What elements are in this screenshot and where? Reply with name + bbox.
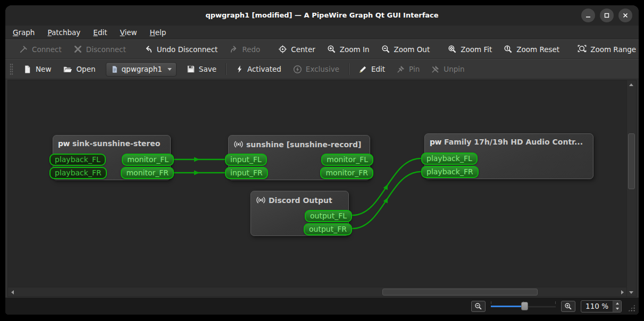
node-sink-sunshine-stereo[interactable]: pw sink-sunshine-stereo playback_FL play… [53,135,171,180]
patchbay-selector-value: qpwgraph1 [122,65,162,73]
port-playback-fl[interactable]: playback_FL [49,154,106,166]
exclusive-button[interactable]: Exclusive [287,61,345,77]
open-folder-icon [63,65,72,74]
arrow-down-icon [629,291,633,294]
window-resize-grip[interactable] [628,304,635,312]
redo-button[interactable]: Redo [223,41,266,57]
connection-wires-layer [8,80,626,287]
undo-icon [144,45,153,54]
zoom-fit-icon [448,45,457,54]
port-playback-fr[interactable]: playback_FR [421,166,479,178]
zoom-in-icon [327,45,336,54]
zoom-percent-spinbox[interactable]: 110 % [581,300,622,312]
menu-graph[interactable]: Graph [13,28,35,37]
node-title: sink-sunshine-stereo [72,139,160,148]
zoom-fit-button[interactable]: Zoom Fit [442,41,498,57]
close-icon [622,12,629,19]
arrow-up-icon [616,302,619,305]
toolbar-drag-handle[interactable] [10,63,13,75]
arrow-down-icon [616,308,619,310]
stream-icon [256,195,266,205]
wire-arrow-icon [194,171,199,175]
disconnect-button[interactable]: Disconnect [68,41,132,57]
statusbar-zoom-in-button[interactable] [561,301,575,312]
menu-patchbay[interactable]: Patchbay [47,28,80,37]
port-output-fl[interactable]: output_FL [305,210,352,222]
patchbay-toolbar: New Open qpwgraph1 Save Activated Exclus… [5,59,639,79]
graph-canvas[interactable]: pw sink-sunshine-stereo playback_FL play… [8,80,626,287]
undo-disconnect-button[interactable]: Undo Disconnect [138,41,224,57]
arrow-left-icon [11,290,14,294]
port-output-fr[interactable]: output_FR [304,223,352,235]
window-title: qpwgraph1 [modified] — A PipeWire Graph … [5,5,639,26]
close-button[interactable] [618,9,632,22]
center-button[interactable]: Center [272,41,321,57]
new-file-icon [23,65,32,74]
save-button[interactable]: Save [181,61,222,77]
scroll-down-button[interactable] [627,288,635,297]
maximize-button[interactable] [600,9,614,22]
minimize-icon [585,12,591,19]
statusbar-zoom-out-button[interactable] [471,301,486,312]
titlebar[interactable]: qpwgraph1 [modified] — A PipeWire Graph … [5,5,639,26]
arrow-right-icon [621,290,624,294]
zoom-out-icon [474,302,482,310]
zoom-in-icon [564,302,572,310]
activated-button[interactable]: Activated [230,61,287,77]
port-playback-fl[interactable]: playback_FL [421,153,478,165]
pin-icon [397,65,405,73]
unpin-button[interactable]: Unpin [425,61,470,77]
new-button[interactable]: New [17,61,57,77]
patchbay-selector[interactable]: qpwgraph1 [106,62,177,77]
port-monitor-fl[interactable]: monitor_FL [321,154,373,166]
node-title: Family 17h/19h HD Audio Contr... [444,138,583,146]
connect-button[interactable]: Connect [13,41,68,57]
node-family-hd-audio[interactable]: pw Family 17h/19h HD Audio Contr... play… [424,133,593,179]
central-area: pw sink-sunshine-stereo playback_FL play… [5,79,639,298]
redo-icon [229,45,238,54]
zoom-reset-icon [504,45,513,54]
open-button[interactable]: Open [57,61,101,77]
minimize-button[interactable] [581,9,595,22]
port-input-fr[interactable]: input_FR [225,167,268,179]
horizontal-scroll-thumb[interactable] [382,289,538,295]
zoom-out-icon [381,45,390,54]
zoom-percent-value: 110 % [581,301,613,312]
menu-edit[interactable]: Edit [93,28,107,37]
scroll-left-button[interactable] [8,288,16,297]
vertical-scroll-thumb[interactable] [628,133,635,189]
wire-arrow-icon [194,157,199,162]
zoom-slider-handle[interactable] [521,302,528,310]
scroll-right-button[interactable] [618,288,626,297]
zoom-slider[interactable] [491,301,556,311]
pin-button[interactable]: Pin [391,61,425,77]
node-sunshine-record[interactable]: sunshine [sunshine-record] input_FL inpu… [228,135,370,180]
port-monitor-fr[interactable]: monitor_FR [320,167,373,179]
exclusive-bolt-icon [293,65,302,74]
menu-view[interactable]: View [120,28,137,37]
toolbar-separator [348,63,349,75]
spin-down-button[interactable] [613,306,621,312]
chevron-down-icon [168,68,172,71]
zoom-reset-button[interactable]: Zoom Reset [498,41,565,57]
toolbar-separator [225,63,227,75]
horizontal-scrollbar[interactable] [8,287,626,297]
activated-bolt-icon [236,65,244,73]
scroll-up-button[interactable] [627,80,635,89]
port-monitor-fl[interactable]: monitor_FL [122,154,174,166]
port-monitor-fr[interactable]: monitor_FR [121,167,174,179]
node-discord-output[interactable]: Discord Output output_FL output_FR [250,191,349,236]
zoom-range-button[interactable]: Zoom Range [572,41,639,57]
menubar: Graph Patchbay Edit View Help [5,26,639,39]
port-input-fl[interactable]: input_FL [225,154,267,166]
zoom-slider-fill [491,306,524,307]
zoom-out-button[interactable]: Zoom Out [375,41,436,57]
menu-help[interactable]: Help [150,28,166,37]
node-title: Discord Output [269,196,332,205]
vertical-scrollbar[interactable] [626,80,636,297]
port-playback-fr[interactable]: playback_FR [49,167,107,179]
stream-icon [233,139,244,149]
edit-button[interactable]: Edit [353,61,391,77]
spin-up-button[interactable] [613,301,621,307]
zoom-in-button[interactable]: Zoom In [321,41,375,57]
